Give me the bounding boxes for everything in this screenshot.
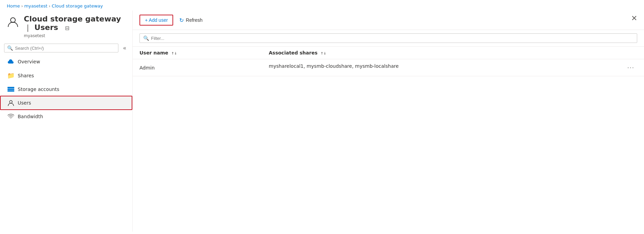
- more-options-button[interactable]: ···: [625, 63, 637, 72]
- breadcrumb: Home › myasetest › Cloud storage gateway: [0, 0, 644, 11]
- cell-shares: mysharelocal1, mysmb-cloudshare, mysmb-l…: [262, 59, 644, 76]
- breadcrumb-sep-2: ›: [49, 4, 50, 9]
- sidebar: Cloud storage gateway | Users ⊟ myasetes…: [0, 11, 133, 232]
- sort-icon-username[interactable]: ↑↓: [171, 51, 177, 55]
- search-input[interactable]: [15, 46, 115, 51]
- breadcrumb-tenant[interactable]: myasetest: [24, 3, 47, 9]
- filter-search-icon: 🔍: [143, 35, 149, 41]
- search-bar: 🔍 «: [4, 44, 128, 52]
- svg-rect-1: [7, 87, 14, 88]
- resource-header: Cloud storage gateway | Users ⊟ myasetes…: [0, 11, 132, 44]
- toolbar: + Add user ↻ Refresh: [133, 11, 644, 30]
- resource-title: Cloud storage gateway | Users ⊟: [24, 15, 126, 33]
- content-area: ✕ + Add user ↻ Refresh 🔍 User name ↑↓: [133, 11, 644, 232]
- sidebar-item-storage[interactable]: Storage accounts: [0, 83, 132, 96]
- user-icon: [7, 99, 14, 106]
- wifi-icon: [7, 114, 14, 119]
- add-user-button[interactable]: + Add user: [139, 15, 173, 26]
- sidebar-item-label-bandwidth: Bandwidth: [18, 114, 43, 119]
- table-row: Admin mysharelocal1, mysmb-cloudshare, m…: [133, 59, 644, 76]
- sidebar-item-bandwidth[interactable]: Bandwidth: [0, 110, 132, 123]
- sidebar-item-overview[interactable]: Overview: [0, 55, 132, 68]
- refresh-icon: ↻: [179, 17, 184, 24]
- svg-point-0: [11, 18, 15, 22]
- sidebar-item-shares[interactable]: 📁 Shares: [0, 68, 132, 83]
- sidebar-item-label-users: Users: [18, 100, 31, 106]
- sidebar-item-label-storage: Storage accounts: [18, 87, 59, 92]
- filter-bar: 🔍: [133, 30, 644, 47]
- table-body: Admin mysharelocal1, mysmb-cloudshare, m…: [133, 59, 644, 76]
- svg-point-4: [10, 100, 12, 103]
- sort-icon-shares[interactable]: ↑↓: [320, 51, 326, 55]
- sidebar-nav: Overview 📁 Shares Storage accounts: [0, 55, 132, 123]
- cell-username: Admin: [133, 59, 262, 76]
- col-header-shares: Associated shares ↑↓: [262, 47, 644, 59]
- refresh-button[interactable]: ↻ Refresh: [175, 15, 207, 26]
- breadcrumb-sep-1: ›: [21, 4, 23, 9]
- collapse-button[interactable]: «: [121, 44, 128, 52]
- filter-wrapper: 🔍: [139, 33, 637, 43]
- resource-subtitle: myasetest: [24, 33, 126, 38]
- users-table: User name ↑↓ Associated shares ↑↓ Admin …: [133, 47, 644, 76]
- sidebar-item-label-overview: Overview: [18, 59, 40, 64]
- search-wrapper: 🔍: [4, 44, 118, 52]
- print-button[interactable]: ⊟: [64, 24, 71, 33]
- svg-rect-3: [7, 90, 14, 92]
- storage-icon: [7, 87, 14, 92]
- cloud-icon: [7, 59, 14, 64]
- svg-rect-2: [7, 89, 14, 90]
- filter-input[interactable]: [151, 36, 633, 41]
- avatar: [7, 15, 19, 28]
- search-icon: 🔍: [7, 45, 13, 51]
- sidebar-item-users[interactable]: Users: [0, 96, 132, 110]
- table-header-row: User name ↑↓ Associated shares ↑↓: [133, 47, 644, 59]
- breadcrumb-home[interactable]: Home: [7, 3, 20, 9]
- close-button[interactable]: ✕: [631, 14, 637, 23]
- folder-icon: 📁: [7, 72, 14, 79]
- col-header-username: User name ↑↓: [133, 47, 262, 59]
- sidebar-item-label-shares: Shares: [18, 73, 34, 78]
- breadcrumb-current[interactable]: Cloud storage gateway: [52, 3, 103, 9]
